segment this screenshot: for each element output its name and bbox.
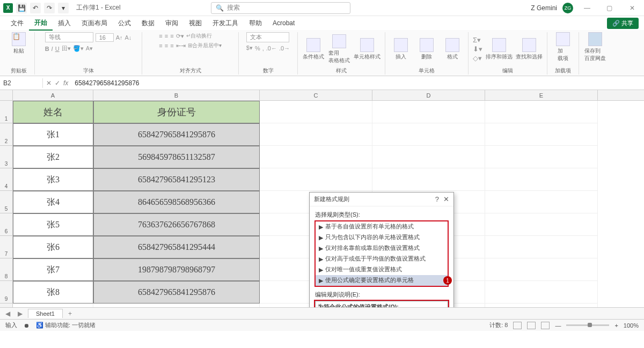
find-select-button[interactable]: 查找和选择 [516, 38, 543, 61]
merge-button[interactable]: ⊞合并后居中▾ [188, 42, 222, 49]
tab-review[interactable]: 审阅 [160, 17, 184, 30]
zoom-out-icon[interactable]: — [555, 322, 561, 329]
col-header-B[interactable]: B [93, 90, 260, 100]
cell[interactable] [260, 146, 372, 168]
addins-button[interactable]: 加 载项 [552, 32, 574, 62]
cell-A4[interactable]: 张3 [13, 168, 93, 191]
comma-icon[interactable]: , [262, 45, 264, 51]
align-top-icon[interactable]: ≡ [159, 33, 162, 39]
cell-A5[interactable]: 张4 [13, 191, 93, 213]
italic-button[interactable]: I [52, 46, 53, 52]
cell-A1[interactable]: 姓名 [13, 101, 93, 123]
align-center-icon[interactable]: ≡ [165, 42, 168, 49]
cell[interactable] [13, 303, 93, 307]
cell-D1[interactable] [372, 101, 485, 123]
cell-B7[interactable]: 658427965841295444 [93, 236, 260, 258]
border-button[interactable]: 田▾ [62, 45, 71, 53]
cell-styles-button[interactable]: 单元格样式 [354, 38, 380, 61]
cell-B4[interactable]: 658427965841295123 [93, 168, 260, 191]
cell[interactable] [93, 303, 260, 307]
dialog-help-icon[interactable]: ? [435, 195, 439, 203]
indent-icon[interactable]: ⇤⇥ [176, 42, 186, 49]
orientation-icon[interactable]: ⟳▾ [176, 33, 184, 40]
qat-more-icon[interactable]: ▾ [58, 3, 69, 13]
cell[interactable] [485, 146, 598, 168]
sort-filter-button[interactable]: 排序和筛选 [486, 38, 513, 61]
cell-B5[interactable]: 864656598568956366 [93, 191, 260, 213]
fill-color-button[interactable]: 🪣▾ [73, 45, 84, 52]
col-header-A[interactable]: A [13, 90, 93, 100]
cell-A3[interactable]: 张2 [13, 146, 93, 168]
macro-record-icon[interactable]: ⏺ [24, 322, 30, 329]
cell[interactable] [485, 168, 598, 191]
font-color-button[interactable]: A▾ [86, 45, 93, 52]
sheet-nav-next-icon[interactable]: ▶ [16, 310, 25, 317]
page-break-view-icon[interactable] [541, 322, 550, 329]
cell[interactable] [485, 258, 598, 281]
rule-type-item[interactable]: ▶ 只为包含以下内容的单元格设置格式 [316, 232, 448, 243]
cell-B3[interactable]: 569845978651132587 [93, 146, 260, 168]
cell[interactable] [485, 303, 598, 307]
cell[interactable] [260, 123, 372, 146]
accessibility-status[interactable]: ♿ 辅助功能: 一切就绪 [36, 321, 96, 329]
rule-type-item[interactable]: ▶ 基于各自值设置所有单元格的格式 [316, 221, 448, 232]
sheet-tab-active[interactable]: Sheet1 [28, 309, 63, 318]
fx-icon[interactable]: fx [63, 79, 68, 87]
row-header[interactable]: 3 [0, 146, 13, 168]
increase-decimal-icon[interactable]: .0← [266, 45, 277, 51]
rule-type-list[interactable]: ▶ 基于各自值设置所有单元格的格式 ▶ 只为包含以下内容的单元格设置格式 ▶ 仅… [315, 221, 448, 286]
cell-B9[interactable]: 658427965841295876 [93, 281, 260, 303]
row-header[interactable]: 9 [0, 281, 13, 303]
cell-B2[interactable]: 658427965841295876 [93, 123, 260, 146]
select-all-corner[interactable] [0, 90, 13, 100]
name-box[interactable]: B2 [0, 78, 43, 88]
row-header[interactable]: 5 [0, 191, 13, 213]
tab-developer[interactable]: 开发工具 [207, 17, 244, 30]
rule-type-item[interactable]: ▶ 仅对高于或低于平均值的数值设置格式 [316, 254, 448, 264]
number-format-selector[interactable]: 文本 [246, 32, 289, 42]
cell[interactable] [372, 168, 485, 191]
paste-button[interactable]: 📋 粘贴 [8, 32, 30, 55]
rule-type-item-selected[interactable]: ▶ 使用公式确定要设置格式的单元格 [316, 275, 448, 286]
normal-view-icon[interactable] [513, 322, 522, 329]
cell-B1[interactable]: 身份证号 [93, 101, 260, 123]
row-header-10[interactable]: 10 [0, 303, 13, 307]
cell-B6[interactable]: 763637626656767868 [93, 213, 260, 236]
rule-type-item[interactable]: ▶ 仅对唯一值或重复值设置格式 [316, 264, 448, 275]
cell[interactable] [485, 123, 598, 146]
clear-icon[interactable]: ◇▾ [473, 54, 482, 62]
tab-data[interactable]: 数据 [136, 17, 160, 30]
insert-cells-button[interactable]: 插入 [390, 38, 412, 61]
zoom-in-icon[interactable]: + [614, 322, 618, 329]
font-size-selector[interactable]: 16 [96, 33, 114, 42]
row-header[interactable]: 7 [0, 236, 13, 258]
cell[interactable] [485, 236, 598, 258]
page-layout-view-icon[interactable] [527, 322, 536, 329]
qat-save-icon[interactable]: 💾 [16, 3, 27, 13]
cell-A2[interactable]: 张1 [13, 123, 93, 146]
tab-view[interactable]: 视图 [184, 17, 207, 30]
fill-icon[interactable]: ⬇▾ [473, 45, 482, 53]
spreadsheet-grid[interactable]: A B C D E 1 姓名 身份证号 2张165842796584129587… [0, 90, 644, 307]
increase-font-icon[interactable]: A↑ [116, 34, 123, 41]
align-middle-icon[interactable]: ≡ [165, 33, 168, 39]
cell-A6[interactable]: 张5 [13, 213, 93, 236]
col-header-D[interactable]: D [372, 90, 485, 100]
row-header[interactable]: 2 [0, 123, 13, 146]
cell[interactable] [485, 191, 598, 213]
align-bottom-icon[interactable]: ≡ [170, 33, 173, 39]
cell[interactable] [372, 146, 485, 168]
accept-formula-icon[interactable]: ✓ [55, 79, 60, 87]
currency-icon[interactable]: $▾ [246, 45, 253, 51]
col-header-E[interactable]: E [485, 90, 598, 100]
align-left-icon[interactable]: ≡ [159, 42, 162, 49]
cell-C1[interactable] [260, 101, 372, 123]
tab-file[interactable]: 文件 [5, 17, 29, 30]
font-name-selector[interactable]: 等线 [45, 32, 93, 42]
minimize-button[interactable]: — [579, 2, 596, 14]
format-cells-button[interactable]: 格式 [441, 38, 464, 61]
sheet-nav-prev-icon[interactable]: ◀ [3, 310, 12, 317]
cell[interactable] [485, 213, 598, 236]
tab-insert[interactable]: 插入 [53, 17, 76, 30]
cell-A9[interactable]: 张8 [13, 281, 93, 303]
